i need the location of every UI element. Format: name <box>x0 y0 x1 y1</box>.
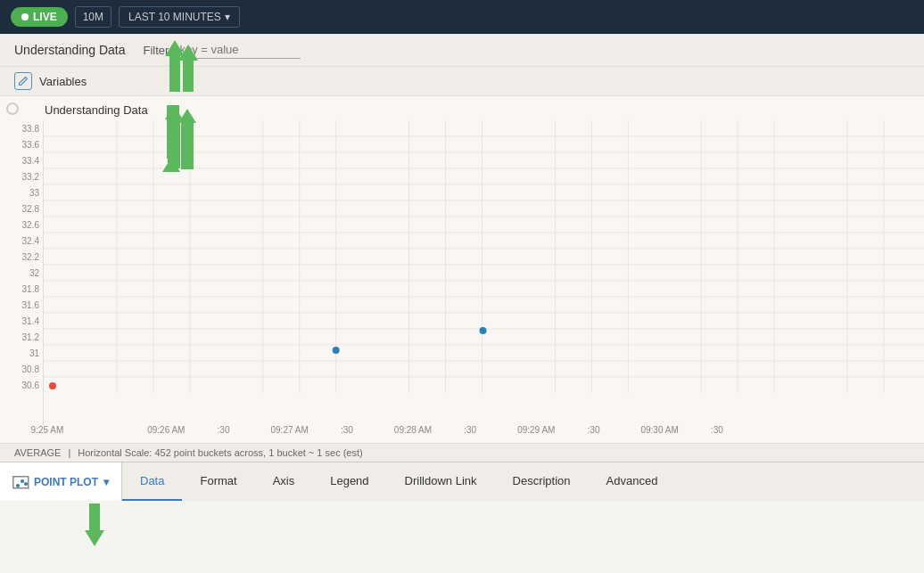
tab-format-label: Format <box>200 474 236 487</box>
live-button[interactable]: LIVE <box>11 7 68 27</box>
chart-title: Understanding Data <box>0 103 924 117</box>
x-label: 09:29 AM <box>517 425 555 435</box>
svg-point-40 <box>21 479 24 483</box>
bottom-tabs: POINT PLOT ▾ Data Format Axis Legend Dri… <box>0 462 924 501</box>
plot-type-label: POINT PLOT <box>34 476 98 488</box>
x-axis: 9:25 AM 09:26 AM :30 09:27 AM :30 09:28 … <box>43 425 924 443</box>
x-label: :30 <box>341 425 353 435</box>
tab-description-label: Description <box>513 474 571 487</box>
x-label: :30 <box>218 425 230 435</box>
loading-spinner <box>5 102 20 119</box>
tab-axis-label: Axis <box>273 474 295 487</box>
y-label: 32.6 <box>22 217 39 233</box>
edit-icon[interactable] <box>14 72 32 90</box>
live-label: LIVE <box>33 11 57 23</box>
pencil-icon <box>18 76 29 86</box>
y-label: 32.8 <box>22 201 39 217</box>
plot-chevron-icon: ▾ <box>103 476 109 488</box>
last-time-button[interactable]: LAST 10 MINUTES ▾ <box>119 6 240 28</box>
page-title: Understanding Data <box>14 43 126 57</box>
chevron-down-icon: ▾ <box>225 11 230 23</box>
y-label: 33.4 <box>22 152 39 168</box>
separator: | <box>68 447 70 458</box>
top-bar: LIVE 10M LAST 10 MINUTES ▾ <box>0 0 924 34</box>
svg-point-37 <box>480 327 487 334</box>
y-axis: 33.8 33.6 33.4 33.2 33 32.8 32.6 32.4 32… <box>0 120 43 425</box>
svg-point-0 <box>7 103 18 114</box>
tab-axis[interactable]: Axis <box>255 462 313 501</box>
y-label: 32.2 <box>22 249 39 265</box>
tab-legend[interactable]: Legend <box>312 462 386 501</box>
y-label: 31 <box>29 345 39 361</box>
x-label: :30 <box>588 425 600 435</box>
y-label: 31.8 <box>22 281 39 297</box>
green-arrow-overlay-1 <box>165 40 185 92</box>
y-label: 33.6 <box>22 136 39 152</box>
svg-point-34 <box>49 382 56 389</box>
y-label: 33.2 <box>22 168 39 184</box>
x-label: 09:27 AM <box>270 425 308 435</box>
live-indicator <box>21 13 29 20</box>
x-label: 09:26 AM <box>147 425 185 435</box>
chart-area: Understanding Data 33.8 33.6 33.4 33.2 3… <box>0 96 924 443</box>
y-label: 31.2 <box>22 329 39 345</box>
tab-legend-label: Legend <box>330 474 368 487</box>
status-bar: AVERAGE | Horizontal Scale: 452 point bu… <box>0 443 924 462</box>
tab-drilldown-label: Drilldown Link <box>405 474 477 487</box>
arrow-up-2 <box>165 105 183 168</box>
sub-header: Understanding Data Filter <box>0 34 924 67</box>
y-label: 33 <box>29 184 39 201</box>
scale-text: Horizontal Scale: 452 point buckets acro… <box>78 447 362 458</box>
variables-row: Variables <box>0 67 924 96</box>
tab-data[interactable]: Data <box>122 462 182 501</box>
chart-inner: 33.8 33.6 33.4 33.2 33 32.8 32.6 32.4 32… <box>0 120 924 425</box>
y-label: 31.4 <box>22 313 39 329</box>
x-label: 09:28 AM <box>394 425 432 435</box>
plot-icon <box>12 476 29 488</box>
tab-advanced-label: Advanced <box>606 474 658 487</box>
y-label: 33.8 <box>22 120 39 136</box>
x-label: 09:30 AM <box>640 425 678 435</box>
time-interval-label: 10M <box>83 11 103 23</box>
tab-drilldown[interactable]: Drilldown Link <box>387 462 495 501</box>
plot-type-button[interactable]: POINT PLOT ▾ <box>0 462 122 501</box>
svg-point-41 <box>24 482 28 486</box>
tab-description[interactable]: Description <box>495 462 589 501</box>
x-label: 9:25 AM <box>31 425 64 435</box>
tab-format[interactable]: Format <box>182 462 254 501</box>
y-label: 32 <box>29 265 39 281</box>
tab-advanced[interactable]: Advanced <box>589 462 676 501</box>
y-label: 32.4 <box>22 233 39 249</box>
variables-label: Variables <box>39 75 87 88</box>
green-arrow-bottom <box>85 503 104 546</box>
svg-point-36 <box>333 347 340 354</box>
svg-point-39 <box>16 484 20 487</box>
x-label: :30 <box>464 425 476 435</box>
y-label: 30.6 <box>22 377 39 393</box>
average-label: AVERAGE <box>14 447 61 458</box>
tab-data-label: Data <box>140 474 164 487</box>
x-label: :30 <box>711 425 723 435</box>
y-label: 30.8 <box>22 361 39 377</box>
time-interval-button[interactable]: 10M <box>75 6 111 28</box>
y-label: 31.6 <box>22 297 39 313</box>
last-time-label: LAST 10 MINUTES <box>128 11 221 23</box>
